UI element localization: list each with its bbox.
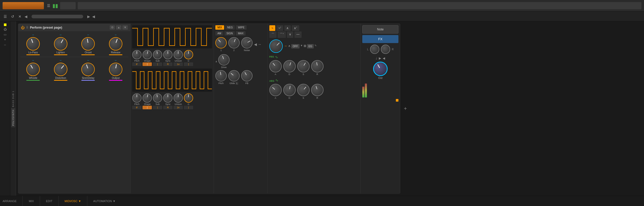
osc2-pitch-value[interactable]: 8' [132,106,142,109]
power-sidebar-icon[interactable]: ⏻ [4,28,7,31]
feg-r-knob[interactable] [311,60,324,72]
filter-lambda-icon[interactable]: ∧ [288,44,290,48]
note-knob-left[interactable] [370,45,379,54]
back-button[interactable]: ◀ [25,14,27,19]
osc2-sub-value[interactable]: | [153,106,162,109]
grid-icon[interactable]: + [4,38,6,42]
distortion-arrow[interactable]: ↔ [59,59,62,62]
mix-arrow-left[interactable]: ◀ [254,42,257,46]
osc2-shape-value[interactable]: | [143,106,152,109]
filter-eg-edit[interactable]: ✎ [315,44,317,48]
mix-pitch-knob[interactable] [215,70,227,81]
osc2-shape-knob[interactable] [143,93,152,103]
mix-btn-max[interactable]: MAX [236,31,246,36]
fx-button[interactable]: FX [362,35,398,43]
filter-off-btn[interactable]: OFF [291,44,300,48]
mix-btn-sign[interactable]: SIGN [224,31,235,36]
timeline-view[interactable] [78,2,641,9]
osc1-pitch-knob[interactable] [132,50,142,59]
distortion-knob[interactable] [54,63,67,76]
down-tool-btn[interactable]: ▼ [122,25,128,30]
forward-button[interactable]: ▶ [87,14,90,19]
arrow-icon[interactable]: ↔ [4,43,7,47]
onset-knob[interactable] [81,37,95,51]
mix-fb-knob[interactable] [241,70,253,81]
aeg-r-knob[interactable] [311,84,324,96]
osc1-sync-value[interactable]: R [163,62,172,66]
mix-btn-mix[interactable]: MIX [215,25,224,30]
filter-eq-icon[interactable]: ⊞ [304,44,306,48]
feg-s-knob[interactable] [297,60,310,72]
osc2-sync-value[interactable]: R [163,106,172,109]
mix-btn-neg[interactable]: NEG [225,25,235,30]
osc1-shape-value[interactable]: | [143,62,152,66]
release-arrow[interactable]: ↔ [114,33,117,36]
osc1-pitch-value[interactable]: 8' [132,62,142,66]
mix-knob-noise[interactable] [241,37,253,48]
menu-icon[interactable]: ☰ [47,4,50,8]
note-button[interactable]: Note [362,25,398,34]
lopass-knob[interactable] [26,37,40,51]
up-tool-btn[interactable]: ▲ [116,25,121,30]
osc2-extra-knob[interactable] [184,93,193,103]
wave-btn-5[interactable]: ⌒ [269,31,277,38]
osc1-sub-value[interactable]: | [153,62,162,66]
osc2-pitch-knob[interactable] [132,93,142,103]
wave-btn-4[interactable]: ∧ʼ [292,25,299,31]
osc1-unison-value[interactable]: 1v [174,62,183,66]
out-knob[interactable] [373,62,388,76]
onset-arrow[interactable]: ↔ [87,33,89,36]
lighten-arrow[interactable]: ↔ [59,33,62,36]
osc1-unison-knob[interactable] [174,50,183,59]
whistle-knob[interactable] [26,63,40,76]
osc1-shape-knob[interactable] [143,50,152,59]
osc1-extra-value[interactable]: | [184,62,193,66]
toolbar-icon-2[interactable]: ↺ [10,14,15,19]
aeg-a-knob[interactable] [269,84,282,96]
whistle-arrow[interactable]: ↔ [32,59,34,62]
sirendelay-arrow[interactable]: ↔ [87,59,89,62]
osc2-sub-knob[interactable] [153,93,162,103]
osc2-sync-knob[interactable] [163,93,172,103]
release-knob[interactable] [109,37,122,51]
rewind-button[interactable]: ◀ [92,14,95,19]
osc2-extra-value[interactable]: | [184,106,193,109]
note-knob-right[interactable] [381,45,390,54]
lighten-knob[interactable] [54,37,67,51]
pitch-icon-3[interactable]: ◀ [383,56,385,60]
settings-tool-btn[interactable]: ⚙ [110,25,115,30]
feg-d-knob[interactable] [283,60,296,72]
wave-btn-2[interactable]: ¬ʼ [276,25,283,31]
mix-arrow-right[interactable]: ↔ [258,42,262,46]
filter-main-knob[interactable] [269,39,283,53]
mix-btn-wipe[interactable]: WIPE [236,25,247,30]
filter-arrow-icon[interactable]: ↔ [284,44,287,48]
sirendelay-knob[interactable] [81,63,95,76]
osc1-sync-knob[interactable] [163,50,172,59]
lopass-arrow[interactable]: ↔ [32,33,34,36]
scrollbar[interactable] [32,15,83,18]
toolbar-icon-3[interactable]: ✕ [17,14,22,19]
wave-btn-8[interactable]: — [294,31,302,38]
osc1-extra-knob[interactable] [184,50,193,59]
mix-btn-am[interactable]: AM [215,31,223,36]
osc2-unison-value[interactable]: 2v [174,106,183,109]
perform-power-button[interactable]: ⏻ [21,26,25,30]
osc1-sub-knob[interactable] [153,50,162,59]
toolbar-icon-1[interactable]: ☰ [3,14,8,19]
aeg-s-knob[interactable] [297,84,310,96]
wave-btn-3[interactable]: ∧ [284,25,291,31]
mix-drive-knob[interactable] [218,54,230,65]
layer-icon[interactable]: ▭ [4,33,6,36]
pitch-icon-2[interactable]: ▶ [379,56,381,60]
filter-eg-btn[interactable]: EG [307,44,314,48]
wave-btn-1[interactable]: ¬ [269,25,275,31]
aeg-d-knob[interactable] [283,84,296,96]
filter-dropdown-arrow[interactable]: ▼ [300,44,303,48]
add-track-button[interactable]: + [404,106,407,112]
track-name-display[interactable] [3,2,44,9]
output-knob[interactable] [109,63,122,76]
feg-a-knob[interactable] [269,60,282,72]
mix-knob-2[interactable] [228,37,240,48]
osc2-unison-knob[interactable] [174,93,183,103]
